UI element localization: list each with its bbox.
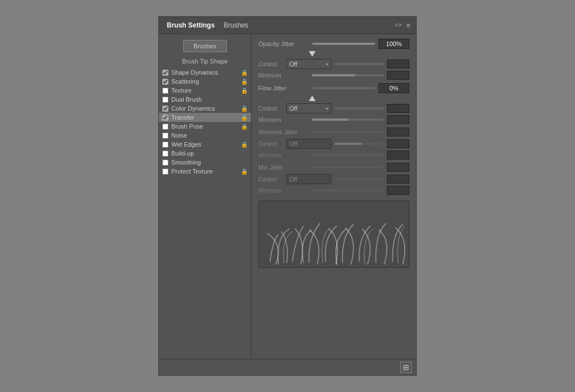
sidebar-item-build-up[interactable]: Build-up 🔒 bbox=[159, 149, 251, 158]
main-content: Opacity Jitter 100% Control: Off F bbox=[252, 34, 416, 359]
wetness-minimum-value-box bbox=[387, 151, 409, 159]
mix-control-row: Control: Off bbox=[258, 174, 409, 184]
expand-icon[interactable]: >> bbox=[395, 21, 402, 30]
wetness-jitter-value-box bbox=[387, 127, 409, 136]
wetness-jitter-row: Wetness Jitter bbox=[258, 127, 409, 136]
label-wet-edges: Wet Edges bbox=[171, 141, 240, 148]
mix-control-label: Control: bbox=[258, 176, 286, 183]
brush-canvas bbox=[259, 201, 409, 267]
lock-icon-protect-texture: 🔒 bbox=[241, 168, 248, 175]
flow-minimum-label: Minimum bbox=[258, 117, 309, 123]
tab-brush-settings[interactable]: Brush Settings bbox=[165, 20, 217, 30]
label-texture: Texture bbox=[171, 87, 240, 94]
checkbox-wet-edges[interactable] bbox=[162, 142, 168, 148]
brushes-button[interactable]: Brushes bbox=[183, 40, 227, 52]
flow-jitter-slider[interactable] bbox=[312, 87, 375, 89]
label-dual-brush: Dual Brush bbox=[171, 96, 240, 103]
tab-brushes[interactable]: Brushes bbox=[221, 20, 250, 30]
sidebar-item-smoothing[interactable]: Smoothing 🔒 bbox=[159, 158, 251, 167]
sidebar-item-protect-texture[interactable]: Protect Texture 🔒 bbox=[159, 167, 251, 176]
add-brush-button[interactable]: ⊞ bbox=[400, 362, 412, 373]
opacity-jitter-row: Opacity Jitter 100% bbox=[258, 39, 409, 49]
opacity-control-row: Control: Off Fade Pen Pressure ▼ bbox=[258, 59, 409, 69]
checkbox-noise[interactable] bbox=[162, 133, 168, 139]
checkbox-dual-brush[interactable] bbox=[162, 97, 168, 103]
flow-control-label: Control: bbox=[258, 106, 286, 112]
opacity-jitter-slider[interactable] bbox=[312, 43, 375, 45]
checkbox-transfer[interactable] bbox=[162, 115, 168, 121]
checkbox-texture[interactable] bbox=[162, 88, 168, 94]
opacity-jitter-marker bbox=[309, 51, 316, 57]
sidebar-item-noise[interactable]: Noise 🔒 bbox=[159, 131, 251, 140]
panel-footer: ⊞ bbox=[159, 359, 416, 375]
flow-jitter-label: Flow Jitter bbox=[258, 85, 309, 92]
wetness-control-label: Control: bbox=[258, 141, 286, 147]
sidebar-item-scattering[interactable]: Scattering 🔒 bbox=[159, 77, 251, 86]
mix-jitter-value-box bbox=[387, 163, 409, 172]
checkbox-build-up[interactable] bbox=[162, 151, 168, 157]
flow-jitter-value[interactable]: 0% bbox=[378, 83, 409, 93]
lock-icon-shape-dynamics: 🔒 bbox=[241, 70, 248, 76]
lock-icon-wet-edges: 🔒 bbox=[241, 142, 248, 148]
brush-tip-shape-title: Brush Tip Shape bbox=[159, 58, 251, 65]
label-transfer: Transfer bbox=[171, 114, 240, 121]
header-controls: >> ≡ bbox=[395, 21, 410, 30]
wetness-jitter-label: Wetness Jitter bbox=[258, 129, 309, 135]
mix-control-value-box bbox=[387, 175, 409, 184]
sidebar-item-dual-brush[interactable]: Dual Brush 🔒 bbox=[159, 95, 251, 104]
flow-jitter-row: Flow Jitter 0% bbox=[258, 83, 409, 93]
wetness-minimum-label: Minimum bbox=[258, 152, 309, 158]
sidebar-item-transfer[interactable]: Transfer 🔒 bbox=[159, 113, 251, 122]
panel-body: Brushes Brush Tip Shape Shape Dynamics 🔒… bbox=[159, 34, 416, 359]
mix-minimum-value-box bbox=[387, 186, 409, 195]
label-noise: Noise bbox=[171, 132, 240, 139]
opacity-minimum-row: Minimum bbox=[258, 71, 409, 80]
flow-control-select-wrapper: Off Fade ▼ bbox=[286, 103, 331, 113]
menu-icon[interactable]: ≡ bbox=[406, 21, 410, 30]
lock-icon-transfer: 🔒 bbox=[241, 115, 248, 121]
mix-minimum-label: Minimum bbox=[258, 188, 309, 194]
label-smoothing: Smoothing bbox=[171, 159, 240, 166]
brush-preview bbox=[258, 200, 409, 268]
sidebar-item-brush-pose[interactable]: Brush Pose 🔒 bbox=[159, 122, 251, 131]
checkbox-protect-texture[interactable] bbox=[162, 168, 168, 175]
checkbox-shape-dynamics[interactable] bbox=[162, 70, 168, 76]
opacity-minimum-label: Minimum bbox=[258, 72, 309, 79]
wetness-control-value-box bbox=[387, 139, 409, 148]
flow-control-row: Control: Off Fade ▼ bbox=[258, 103, 409, 113]
opacity-control-select-wrapper: Off Fade Pen Pressure ▼ bbox=[286, 59, 331, 69]
flow-jitter-marker bbox=[309, 95, 316, 101]
label-brush-pose: Brush Pose bbox=[171, 123, 240, 130]
opacity-jitter-label: Opacity Jitter bbox=[258, 40, 309, 47]
sidebar: Brushes Brush Tip Shape Shape Dynamics 🔒… bbox=[159, 34, 252, 359]
sidebar-item-shape-dynamics[interactable]: Shape Dynamics 🔒 bbox=[159, 68, 251, 77]
sidebar-item-texture[interactable]: Texture 🔒 bbox=[159, 86, 251, 95]
wetness-control-row: Control: Off bbox=[258, 139, 409, 149]
lock-icon-color-dynamics: 🔒 bbox=[241, 106, 248, 112]
mix-jitter-label: Mix Jitter bbox=[258, 164, 309, 171]
sidebar-item-wet-edges[interactable]: Wet Edges 🔒 bbox=[159, 140, 251, 149]
label-build-up: Build-up bbox=[171, 150, 240, 157]
label-color-dynamics: Color Dynamics bbox=[171, 105, 240, 112]
flow-minimum-value-box bbox=[387, 115, 409, 124]
panel-header: Brush Settings Brushes >> ≡ bbox=[159, 17, 416, 34]
label-shape-dynamics: Shape Dynamics bbox=[171, 69, 240, 76]
flow-control-select[interactable]: Off Fade bbox=[286, 103, 331, 113]
opacity-minimum-value-box bbox=[387, 71, 409, 80]
sidebar-item-color-dynamics[interactable]: Color Dynamics 🔒 bbox=[159, 104, 251, 113]
mix-control-value[interactable]: Off bbox=[286, 174, 331, 184]
checkbox-smoothing[interactable] bbox=[162, 159, 168, 166]
opacity-control-value-box bbox=[387, 60, 409, 69]
opacity-jitter-value[interactable]: 100% bbox=[378, 39, 409, 49]
checkbox-brush-pose[interactable] bbox=[162, 124, 168, 130]
label-protect-texture: Protect Texture bbox=[171, 168, 240, 175]
flow-minimum-row: Minimum bbox=[258, 115, 409, 124]
opacity-control-label: Control: bbox=[258, 61, 286, 67]
lock-icon-scattering: 🔒 bbox=[241, 79, 248, 85]
checkbox-scattering[interactable] bbox=[162, 79, 168, 85]
checkbox-color-dynamics[interactable] bbox=[162, 106, 168, 112]
opacity-control-select[interactable]: Off Fade Pen Pressure bbox=[286, 59, 331, 69]
label-scattering: Scattering bbox=[171, 78, 240, 85]
flow-control-value-box bbox=[387, 104, 409, 113]
wetness-control-value[interactable]: Off bbox=[286, 139, 331, 149]
